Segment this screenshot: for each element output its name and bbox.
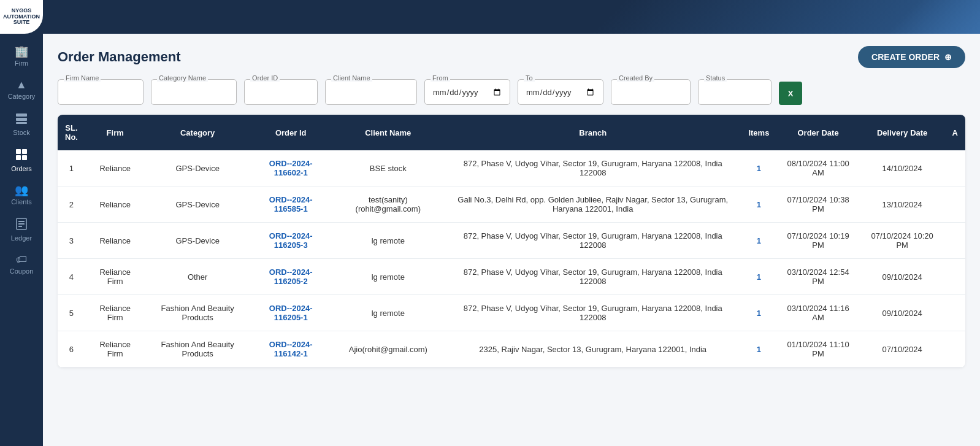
cell-sl: 6 bbox=[58, 331, 85, 367]
firm-name-select[interactable] bbox=[58, 79, 144, 105]
table-row: 6Reliance FirmFashion And Beauity Produc… bbox=[58, 331, 965, 367]
items-count-value[interactable]: 1 bbox=[757, 200, 761, 209]
cell-firm: Reliance bbox=[85, 223, 145, 259]
filter-created-by: Created By bbox=[611, 79, 691, 105]
cell-action[interactable] bbox=[945, 259, 965, 295]
order-id-link[interactable]: ORD--2024-116205-2 bbox=[269, 267, 313, 286]
cell-order-id[interactable]: ORD--2024-116602-1 bbox=[250, 150, 332, 186]
cell-action[interactable] bbox=[945, 150, 965, 186]
export-excel-button[interactable]: X bbox=[779, 82, 802, 105]
cell-action[interactable] bbox=[945, 186, 965, 223]
order-id-link[interactable]: ORD--2024-116205-3 bbox=[269, 231, 313, 250]
status-select[interactable] bbox=[698, 79, 771, 105]
filters-row: Firm Name Category Name Order ID Client … bbox=[58, 79, 965, 105]
sidebar-item-category[interactable]: ▲ Category bbox=[0, 73, 43, 106]
cell-action[interactable] bbox=[945, 331, 965, 367]
cell-action[interactable] bbox=[945, 223, 965, 259]
svg-rect-4 bbox=[22, 149, 27, 154]
sidebar-item-orders[interactable]: Orders bbox=[0, 142, 43, 179]
col-firm: Firm bbox=[85, 115, 145, 150]
order-id-select[interactable] bbox=[244, 79, 318, 105]
cell-items[interactable]: 1 bbox=[741, 295, 776, 331]
create-order-label: CREATE ORDER bbox=[871, 52, 940, 62]
orders-table: SL.No. Firm Category Order Id Client Nam… bbox=[58, 115, 965, 367]
col-order-id: Order Id bbox=[250, 115, 332, 150]
cell-order-date: 01/10/2024 11:10 PM bbox=[776, 331, 859, 367]
created-by-label: Created By bbox=[617, 74, 654, 82]
items-count-value[interactable]: 1 bbox=[757, 164, 761, 173]
cell-delivery-date: 09/10/2024 bbox=[860, 295, 945, 331]
page-title: Order Management bbox=[58, 49, 181, 65]
cell-items[interactable]: 1 bbox=[741, 223, 776, 259]
clients-icon: 👥 bbox=[15, 185, 28, 196]
cell-items[interactable]: 1 bbox=[741, 186, 776, 223]
sidebar-item-clients[interactable]: 👥 Clients bbox=[0, 179, 43, 212]
order-id-link[interactable]: ORD--2024-116205-1 bbox=[269, 304, 313, 322]
sidebar-item-label: Firm bbox=[15, 60, 28, 67]
excel-icon: X bbox=[788, 89, 794, 98]
cell-branch: 872, Phase V, Udyog Vihar, Sector 19, Gu… bbox=[445, 259, 741, 295]
sidebar-item-stock[interactable]: Stock bbox=[0, 106, 43, 142]
items-count-value[interactable]: 1 bbox=[757, 345, 761, 354]
from-date-input[interactable] bbox=[424, 79, 510, 105]
order-id-link[interactable]: ORD--2024-116585-1 bbox=[269, 195, 313, 213]
cell-client-name: lg remote bbox=[332, 259, 445, 295]
page-header: Order Management CREATE ORDER ⊕ bbox=[58, 46, 965, 68]
filter-firm-name: Firm Name bbox=[58, 79, 144, 105]
cell-sl: 2 bbox=[58, 186, 85, 223]
create-order-button[interactable]: CREATE ORDER ⊕ bbox=[858, 46, 965, 68]
ledger-icon bbox=[15, 218, 28, 232]
col-delivery-date: Delivery Date bbox=[860, 115, 945, 150]
svg-rect-0 bbox=[16, 113, 27, 117]
table-row: 4Reliance FirmOtherORD--2024-116205-2lg … bbox=[58, 259, 965, 295]
cell-branch: Gali No.3, Delhi Rd, opp. Golden Jubliee… bbox=[445, 186, 741, 223]
sidebar-item-label: Coupon bbox=[10, 267, 34, 275]
cell-order-id[interactable]: ORD--2024-116205-3 bbox=[250, 223, 332, 259]
sidebar-item-coupon[interactable]: 🏷 Coupon bbox=[0, 248, 43, 281]
cell-order-id[interactable]: ORD--2024-116205-2 bbox=[250, 259, 332, 295]
to-date-input[interactable] bbox=[518, 79, 603, 105]
category-name-select[interactable] bbox=[151, 79, 237, 105]
cell-order-id[interactable]: ORD--2024-116585-1 bbox=[250, 186, 332, 223]
cell-firm: Reliance bbox=[85, 186, 145, 223]
cell-client-name: lg remote bbox=[332, 295, 445, 331]
cell-firm: Reliance bbox=[85, 150, 145, 186]
cell-client-name: BSE stock bbox=[332, 150, 445, 186]
table-header-row: SL.No. Firm Category Order Id Client Nam… bbox=[58, 115, 965, 150]
created-by-select[interactable] bbox=[611, 79, 691, 105]
sidebar-item-firm[interactable]: 🏢 Firm bbox=[0, 40, 43, 73]
cell-order-id[interactable]: ORD--2024-116142-1 bbox=[250, 331, 332, 367]
filter-status: Status bbox=[698, 79, 771, 105]
firm-name-label: Firm Name bbox=[64, 74, 101, 82]
cell-items[interactable]: 1 bbox=[741, 150, 776, 186]
cell-category: GPS-Device bbox=[145, 223, 250, 259]
cell-order-id[interactable]: ORD--2024-116205-1 bbox=[250, 295, 332, 331]
svg-rect-10 bbox=[18, 226, 22, 227]
cell-order-date: 07/10/2024 10:38 PM bbox=[776, 186, 859, 223]
client-name-select[interactable] bbox=[325, 79, 417, 105]
col-action: A bbox=[945, 115, 965, 150]
content: Order Management CREATE ORDER ⊕ Firm Nam… bbox=[43, 34, 980, 446]
sidebar-item-ledger[interactable]: Ledger bbox=[0, 212, 43, 248]
sidebar-logo: NYGGSAUTOMATIONSUITE bbox=[0, 0, 43, 34]
items-count-value[interactable]: 1 bbox=[757, 309, 761, 318]
sidebar-item-label: Ledger bbox=[11, 234, 32, 242]
order-id-link[interactable]: ORD--2024-116602-1 bbox=[269, 159, 313, 177]
svg-rect-9 bbox=[18, 223, 25, 225]
orders-icon bbox=[15, 148, 28, 163]
cell-category: Fashion And Beauity Products bbox=[145, 295, 250, 331]
col-branch: Branch bbox=[445, 115, 741, 150]
cell-firm: Reliance Firm bbox=[85, 331, 145, 367]
cell-items[interactable]: 1 bbox=[741, 331, 776, 367]
items-count-value[interactable]: 1 bbox=[757, 236, 761, 245]
cell-items[interactable]: 1 bbox=[741, 259, 776, 295]
cell-order-date: 07/10/2024 10:19 PM bbox=[776, 223, 859, 259]
create-order-icon: ⊕ bbox=[944, 52, 952, 62]
cell-action[interactable] bbox=[945, 295, 965, 331]
cell-sl: 3 bbox=[58, 223, 85, 259]
items-count-value[interactable]: 1 bbox=[757, 272, 761, 282]
logo-text: NYGGSAUTOMATIONSUITE bbox=[3, 8, 40, 26]
cell-delivery-date: 13/10/2024 bbox=[860, 186, 945, 223]
order-id-link[interactable]: ORD--2024-116142-1 bbox=[269, 340, 313, 358]
col-items: Items bbox=[741, 115, 776, 150]
